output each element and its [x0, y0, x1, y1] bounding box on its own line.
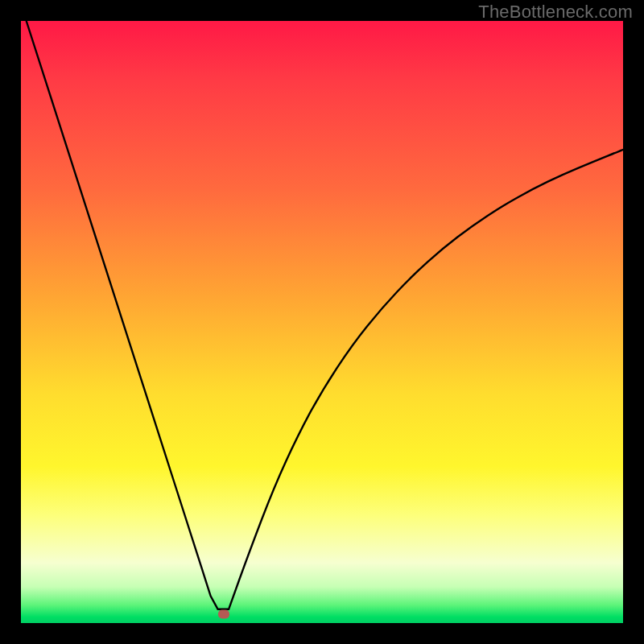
curve-svg [21, 21, 623, 623]
plot-area [21, 21, 623, 623]
watermark-text: TheBottleneck.com [478, 2, 633, 23]
chart-stage: TheBottleneck.com [0, 0, 644, 644]
bottleneck-curve [27, 21, 623, 609]
minimum-marker [218, 609, 229, 618]
